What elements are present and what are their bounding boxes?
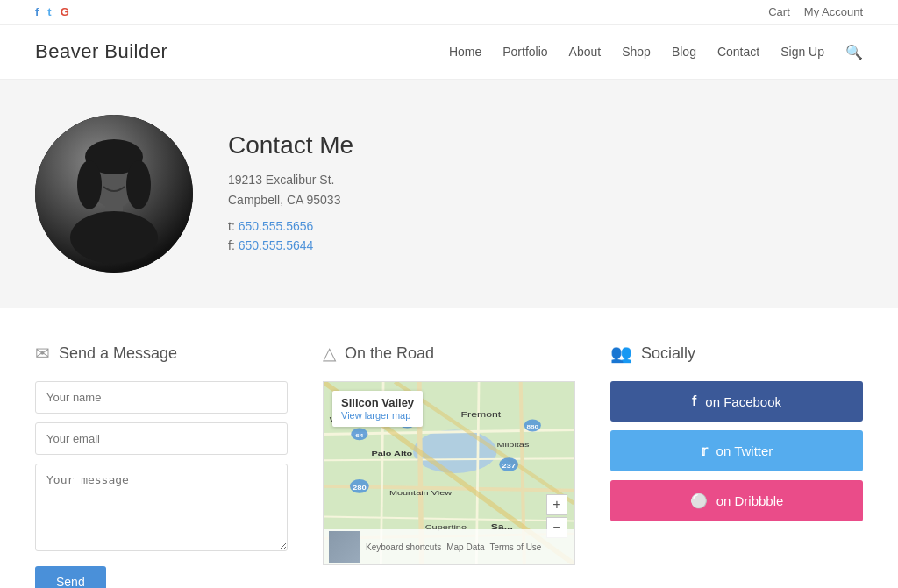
map-visual: 101 280 237 64 880 Palo Alto Mountain Vi… — [324, 382, 574, 564]
logo: Beaver Builder — [35, 40, 167, 63]
map-footer: Keyboard shortcuts Map Data Terms of Use — [324, 529, 574, 564]
view-larger-map-link[interactable]: View larger map — [341, 410, 410, 421]
message-section-heading: ✉ Send a Message — [35, 343, 288, 364]
envelope-icon: ✉ — [35, 343, 50, 364]
contact-form-section: ✉ Send a Message Send — [35, 343, 288, 588]
hero-section: Contact Me 19213 Excalibur St. Campbell,… — [0, 80, 898, 308]
svg-text:Milpitas: Milpitas — [496, 441, 529, 449]
map-container: 101 280 237 64 880 Palo Alto Mountain Vi… — [323, 381, 575, 565]
hero-address-line1: 19213 Excalibur St. — [228, 170, 353, 189]
svg-text:64: 64 — [355, 433, 363, 439]
twitter-topbar-link[interactable]: t — [47, 5, 51, 18]
map-data-label: Map Data — [446, 542, 484, 552]
svg-text:Mountain View: Mountain View — [389, 488, 452, 496]
phone-label: t: — [228, 219, 235, 233]
road-icon: △ — [323, 343, 336, 364]
fax-label: f: — [228, 238, 235, 252]
search-icon[interactable]: 🔍 — [845, 44, 863, 60]
hero-info: Contact Me 19213 Excalibur St. Campbell,… — [228, 131, 353, 256]
terms-label: Terms of Use — [490, 542, 542, 552]
twitter-icon: 𝕣 — [701, 443, 708, 459]
keyboard-shortcuts-label: Keyboard shortcuts — [366, 542, 441, 552]
facebook-button[interactable]: f on Facebook — [610, 381, 863, 422]
facebook-button-label: on Facebook — [705, 394, 781, 409]
people-icon: 👥 — [610, 343, 632, 364]
nav-portfolio[interactable]: Portfolio — [502, 45, 547, 59]
top-bar-social-links: f t G — [35, 5, 69, 18]
header: Beaver Builder Home Portfolio About Shop… — [0, 25, 898, 80]
nav-home[interactable]: Home — [449, 45, 481, 59]
nav-signup[interactable]: Sign Up — [780, 45, 824, 59]
nav-about[interactable]: About — [569, 45, 602, 59]
avatar — [35, 115, 193, 273]
twitter-button[interactable]: 𝕣 on Twitter — [610, 430, 863, 471]
svg-text:280: 280 — [353, 484, 367, 491]
svg-text:Palo Alto: Palo Alto — [371, 450, 412, 457]
zoom-in-button[interactable]: + — [546, 494, 567, 515]
nav-contact[interactable]: Contact — [717, 45, 759, 59]
message-heading-label: Send a Message — [59, 344, 177, 363]
svg-text:880: 880 — [527, 424, 539, 430]
map-location-name: Silicon Valley — [341, 396, 414, 409]
dribbble-button[interactable]: ⚪ on Dribbble — [610, 480, 863, 521]
social-section: 👥 Socially f on Facebook 𝕣 on Twitter ⚪ … — [610, 343, 863, 588]
top-bar: f t G Cart My Account — [0, 0, 898, 25]
dribbble-icon: ⚪ — [690, 492, 708, 509]
phone-link[interactable]: 650.555.5656 — [239, 219, 314, 233]
social-heading-label: Socially — [641, 344, 695, 363]
nav-shop[interactable]: Shop — [622, 45, 651, 59]
top-bar-account-links: Cart My Account — [768, 5, 863, 18]
hero-title: Contact Me — [228, 131, 353, 159]
twitter-button-label: on Twitter — [716, 443, 773, 458]
cart-link[interactable]: Cart — [768, 5, 790, 18]
map-popup: Silicon Valley View larger map — [332, 391, 423, 427]
googleplus-topbar-link[interactable]: G — [61, 5, 69, 18]
map-section: △ On the Road — [323, 343, 575, 588]
svg-point-7 — [70, 211, 158, 264]
main-nav: Home Portfolio About Shop Blog Contact S… — [449, 44, 863, 60]
map-section-heading: △ On the Road — [323, 343, 575, 364]
svg-point-4 — [77, 160, 102, 209]
send-button[interactable]: Send — [35, 566, 106, 588]
svg-point-5 — [126, 160, 151, 209]
svg-text:237: 237 — [502, 462, 516, 469]
message-textarea[interactable] — [35, 464, 288, 551]
name-input[interactable] — [35, 381, 288, 414]
facebook-topbar-link[interactable]: f — [35, 5, 39, 18]
map-thumbnail — [329, 531, 360, 563]
svg-text:Fremont: Fremont — [461, 409, 502, 418]
main-content: ✉ Send a Message Send △ On the Road — [0, 308, 898, 588]
nav-blog[interactable]: Blog — [672, 45, 696, 59]
email-input[interactable] — [35, 422, 288, 455]
map-heading-label: On the Road — [345, 344, 434, 363]
fax-link[interactable]: 650.555.5644 — [239, 238, 314, 252]
hero-address-line2: Campbell, CA 95033 — [228, 190, 353, 209]
dribbble-button-label: on Dribbble — [716, 493, 784, 508]
my-account-link[interactable]: My Account — [804, 5, 863, 18]
facebook-icon: f — [692, 393, 696, 409]
social-section-heading: 👥 Socially — [610, 343, 863, 364]
svg-point-9 — [413, 429, 496, 473]
